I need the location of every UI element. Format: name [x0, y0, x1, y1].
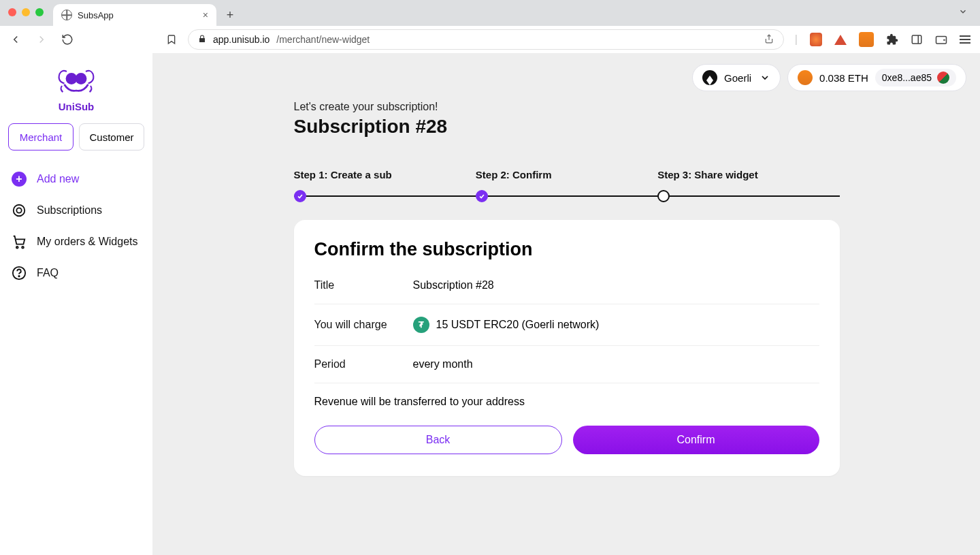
wallet-pill[interactable]: 0.038 ETH 0xe8...ae85 [787, 64, 966, 91]
unisub-logo-icon [52, 64, 100, 98]
metamask-icon [798, 70, 813, 85]
reload-icon[interactable] [61, 33, 74, 46]
forward-icon [35, 33, 48, 46]
stepper: Step 1: Create a sub Step 2: Confirm Ste… [294, 169, 840, 197]
bookmark-icon[interactable] [166, 34, 177, 45]
network-selector[interactable]: Goerli [692, 64, 781, 91]
chevron-down-icon [760, 72, 770, 83]
url-host: app.unisub.io [213, 34, 270, 45]
minimize-window-icon[interactable] [22, 8, 30, 16]
app: UniSub Merchant Customer + Add new Subsc… [0, 53, 980, 555]
label-title: Title [314, 279, 413, 291]
row-period: Period every month [314, 346, 819, 383]
brave-rewards-icon[interactable] [834, 35, 847, 45]
row-title: Title Subscription #28 [314, 275, 819, 304]
help-icon [11, 265, 27, 281]
brave-shield-icon[interactable] [810, 33, 822, 46]
content: Let's create your subscription! Subscrip… [294, 53, 840, 476]
main: Goerli 0.038 ETH 0xe8...ae85 Let's creat… [153, 53, 980, 555]
value-charge: 15 USDT ERC20 (Goerli network) [436, 319, 600, 331]
svg-point-11 [18, 276, 19, 276]
wallet-address-badge: 0xe8...ae85 [875, 69, 956, 86]
confirm-button[interactable]: Confirm [573, 426, 819, 454]
svg-point-8 [16, 247, 18, 249]
merchant-tab[interactable]: Merchant [8, 123, 74, 150]
tab-title: SubsApp [78, 10, 114, 20]
step-dot-1 [294, 190, 306, 202]
wallet-icon[interactable] [935, 33, 947, 46]
page-title: Subscription #28 [294, 116, 840, 138]
network-name: Goerli [724, 72, 751, 84]
globe-icon [61, 10, 72, 20]
nav-label: FAQ [37, 267, 59, 279]
role-toggle: Merchant Customer [7, 123, 146, 150]
lock-icon [198, 35, 206, 45]
close-tab-icon[interactable]: × [203, 10, 208, 20]
row-charge: You will charge ₮ 15 USDT ERC20 (Goerli … [314, 304, 819, 346]
label-charge: You will charge [314, 319, 413, 331]
nav-label: Add new [37, 173, 79, 185]
extensions-icon[interactable] [886, 33, 898, 46]
step-label-2: Step 2: Confirm [476, 169, 657, 180]
sidepanel-icon[interactable] [911, 33, 923, 46]
usdt-icon: ₮ [413, 317, 429, 333]
wallet-balance: 0.038 ETH [819, 72, 868, 84]
window-controls[interactable] [8, 8, 44, 26]
browser-tab[interactable]: SubsApp × [53, 4, 216, 26]
sidebar-item-subscriptions[interactable]: Subscriptions [7, 197, 146, 224]
value-title: Subscription #28 [413, 279, 494, 291]
sidebar-item-add-new[interactable]: + Add new [7, 165, 146, 193]
wallet-address: 0xe8...ae85 [882, 72, 932, 83]
sidebar: UniSub Merchant Customer + Add new Subsc… [0, 53, 153, 555]
confirm-card: Confirm the subscription Title Subscript… [294, 220, 840, 476]
close-window-icon[interactable] [8, 8, 16, 16]
side-nav: + Add new Subscriptions My orders & Widg… [7, 165, 146, 287]
chevron-down-icon[interactable] [958, 7, 968, 16]
ethereum-icon [702, 70, 717, 85]
tab-bar: SubsApp × + [0, 0, 980, 26]
svg-point-9 [22, 247, 24, 249]
label-period: Period [314, 358, 413, 370]
sidebar-item-faq[interactable]: FAQ [7, 259, 146, 287]
address-bar: app.unisub.io/merchant/new-widget | [0, 26, 980, 53]
wallet-header: Goerli 0.038 ETH 0xe8...ae85 [692, 64, 966, 91]
browser-chrome: SubsApp × + app.unisub.io/merchant/new-w… [0, 0, 980, 53]
subscriptions-icon [11, 202, 27, 219]
svg-point-7 [16, 208, 21, 212]
customer-tab[interactable]: Customer [79, 123, 144, 150]
back-icon[interactable] [10, 33, 22, 46]
metamask-extension-icon[interactable] [859, 32, 874, 47]
share-icon[interactable] [764, 34, 774, 46]
identicon-icon [937, 72, 949, 84]
url-field[interactable]: app.unisub.io/merchant/new-widget [188, 29, 784, 50]
brand-name: UniSub [59, 101, 95, 112]
svg-point-5 [76, 73, 87, 84]
new-tab-button[interactable]: + [220, 5, 240, 25]
page-eyebrow: Let's create your subscription! [294, 101, 840, 113]
back-button[interactable]: Back [314, 426, 562, 454]
nav-label: Subscriptions [37, 204, 102, 217]
step-dot-2 [476, 190, 488, 202]
svg-rect-1 [912, 35, 921, 44]
value-period: every month [413, 358, 473, 370]
menu-icon[interactable] [960, 35, 970, 44]
card-heading: Confirm the subscription [314, 239, 819, 260]
step-label-3: Step 3: Share widget [657, 169, 839, 180]
cart-icon [11, 234, 27, 250]
svg-point-6 [14, 205, 25, 217]
maximize-window-icon[interactable] [35, 8, 44, 16]
step-label-1: Step 1: Create a sub [294, 169, 476, 180]
nav-label: My orders & Widgets [37, 236, 137, 248]
sidebar-item-orders[interactable]: My orders & Widgets [7, 228, 146, 255]
plus-icon: + [12, 172, 27, 187]
url-path: /merchant/new-widget [276, 34, 370, 45]
brand-logo[interactable]: UniSub [7, 64, 146, 112]
card-actions: Back Confirm [314, 426, 819, 454]
step-dot-3 [657, 190, 670, 202]
revenue-note: Revenue will be transferred to your addr… [314, 383, 819, 408]
